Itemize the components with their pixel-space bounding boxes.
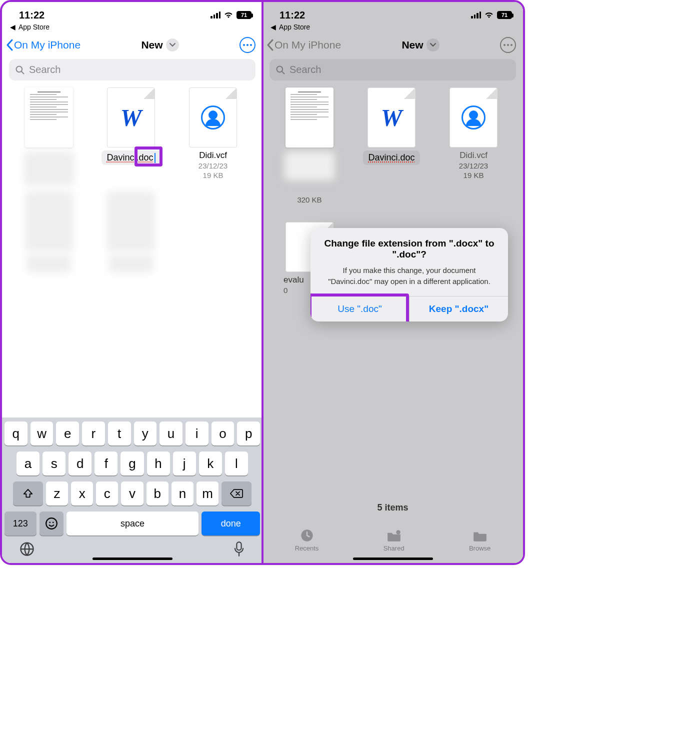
numbers-key[interactable]: 123 [4,512,36,536]
file-item[interactable]: W Davinci.doc [356,88,426,204]
redacted-region [284,152,334,180]
chevron-left-icon [266,39,274,51]
breadcrumb[interactable]: ◀ App Store [2,23,262,33]
search-input[interactable]: Search [270,59,516,80]
folder-title[interactable]: New [402,38,439,52]
file-item[interactable] [14,192,84,272]
folder-title[interactable]: New [141,38,178,52]
more-button[interactable] [240,37,256,53]
key-h[interactable]: h [147,452,170,476]
redacted-region [24,152,74,186]
key-o[interactable]: o [212,422,234,446]
file-size: 320 KB [297,196,322,204]
tab-recents[interactable]: Recents [295,528,319,552]
cellular-icon [210,12,220,18]
left-screenshot: 11:22 71 ◀ App Store On My iPhone New [2,2,262,563]
key-k[interactable]: k [199,452,222,476]
key-w[interactable]: w [30,422,54,446]
shared-folder-icon [386,528,402,542]
svg-rect-6 [236,542,241,550]
key-m[interactable]: m [196,482,218,506]
back-button[interactable]: On My iPhone [266,39,341,51]
text-cursor [154,153,156,163]
key-x[interactable]: x [71,482,93,506]
key-j[interactable]: j [173,452,196,476]
rename-input[interactable]: Davinci.doc [102,150,160,165]
file-name: Didi.vcf [460,150,488,160]
search-input[interactable]: Search [9,59,256,80]
key-u[interactable]: u [160,422,182,446]
back-label: On My iPhone [274,39,341,51]
keyboard[interactable]: qwertyuiop asdfghjkl zxcvbnm 123 space d… [2,418,262,563]
file-thumbnail [450,88,498,148]
file-meta: 0 [274,286,288,294]
chevron-down-icon [166,38,179,52]
svg-line-1 [22,71,24,74]
back-label: On My iPhone [14,39,80,51]
file-thumbnail [286,88,334,148]
battery-icon: 71 [236,11,252,19]
contact-icon [201,106,225,130]
key-y[interactable]: y [134,422,157,446]
key-e[interactable]: e [56,422,79,446]
breadcrumb[interactable]: ◀ App Store [262,23,523,33]
key-l[interactable]: l [225,452,248,476]
file-item-renaming[interactable]: W Davinci.doc [96,88,166,186]
home-indicator[interactable] [353,558,433,560]
svg-point-2 [46,518,57,529]
file-item[interactable]: Didi.vcf 23/12/23 19 KB [178,88,248,186]
wifi-icon [484,10,494,21]
keep-docx-button[interactable]: Keep ".docx" [409,296,508,322]
clock-icon [300,528,314,542]
key-z[interactable]: z [46,482,68,506]
key-g[interactable]: g [120,452,144,476]
folder-icon [472,528,488,542]
chevron-down-icon [426,38,440,52]
shift-key[interactable] [13,482,43,506]
key-b[interactable]: b [146,482,168,506]
contact-icon [462,106,486,130]
key-d[interactable]: d [68,452,92,476]
file-thumbnail: W [107,88,155,148]
cellular-icon [471,12,481,18]
key-r[interactable]: r [82,422,105,446]
use-doc-button[interactable]: Use ".doc" [310,296,409,322]
key-p[interactable]: p [237,422,260,446]
space-key[interactable]: space [66,512,199,536]
emoji-key[interactable] [40,512,64,536]
key-v[interactable]: v [121,482,143,506]
file-thumbnail: W [368,88,416,148]
key-a[interactable]: a [16,452,40,476]
file-item[interactable] [14,88,84,186]
screenshot-divider [262,2,264,563]
file-name: evalu [274,275,304,285]
key-f[interactable]: f [94,452,118,476]
status-bar: 11:22 71 [2,2,262,23]
done-key[interactable]: done [202,512,260,536]
status-bar: 11:22 71 [262,2,523,23]
more-button[interactable] [500,37,516,53]
search-placeholder: Search [29,64,60,76]
key-c[interactable]: c [96,482,118,506]
key-i[interactable]: i [186,422,208,446]
key-n[interactable]: n [172,482,194,506]
word-doc-icon: W [120,104,142,132]
file-item[interactable] [96,192,166,272]
key-t[interactable]: t [108,422,131,446]
key-s[interactable]: s [42,452,66,476]
tab-shared[interactable]: Shared [384,528,404,552]
status-time: 11:22 [19,10,44,21]
key-q[interactable]: q [4,422,28,446]
mic-icon[interactable] [233,542,245,560]
redacted-region [108,254,154,272]
search-placeholder: Search [290,64,321,76]
svg-point-3 [49,522,50,523]
tab-browse[interactable]: Browse [469,528,490,552]
svg-point-4 [52,522,54,523]
file-item[interactable]: Didi.vcf 23/12/23 19 KB [438,88,508,204]
home-indicator[interactable] [92,558,172,560]
back-button[interactable]: On My iPhone [6,39,80,51]
backspace-key[interactable] [222,482,252,506]
globe-icon[interactable] [20,542,34,560]
file-item[interactable]: 320 KB [274,88,344,204]
